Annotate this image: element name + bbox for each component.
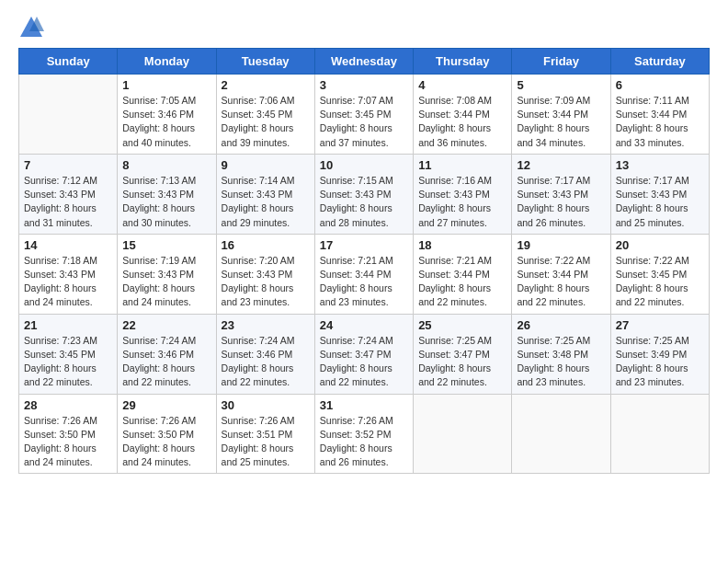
- day-number: 31: [320, 398, 408, 412]
- calendar-cell: 9Sunrise: 7:14 AMSunset: 3:43 PMDaylight…: [216, 154, 314, 234]
- calendar-cell: 29Sunrise: 7:26 AMSunset: 3:50 PMDayligh…: [118, 394, 216, 474]
- calendar-cell: 4Sunrise: 7:08 AMSunset: 3:44 PMDaylight…: [414, 75, 512, 155]
- day-info: Sunrise: 7:25 AMSunset: 3:48 PMDaylight:…: [517, 334, 605, 390]
- calendar-week-row: 28Sunrise: 7:26 AMSunset: 3:50 PMDayligh…: [19, 394, 710, 474]
- calendar-cell: [610, 394, 709, 474]
- day-number: 3: [320, 78, 408, 92]
- calendar-cell: 1Sunrise: 7:05 AMSunset: 3:46 PMDaylight…: [118, 75, 216, 155]
- weekday-header-monday: Monday: [118, 49, 216, 75]
- day-info: Sunrise: 7:09 AMSunset: 3:44 PMDaylight:…: [517, 94, 605, 150]
- calendar-cell: 30Sunrise: 7:26 AMSunset: 3:51 PMDayligh…: [216, 394, 314, 474]
- weekday-header-thursday: Thursday: [414, 49, 512, 75]
- calendar-cell: 10Sunrise: 7:15 AMSunset: 3:43 PMDayligh…: [314, 154, 413, 234]
- logo: [18, 15, 48, 40]
- calendar-cell: 26Sunrise: 7:25 AMSunset: 3:48 PMDayligh…: [512, 314, 610, 394]
- day-number: 15: [122, 238, 210, 252]
- day-info: Sunrise: 7:22 AMSunset: 3:44 PMDaylight:…: [517, 254, 605, 310]
- day-info: Sunrise: 7:06 AMSunset: 3:45 PMDaylight:…: [222, 94, 310, 150]
- logo-icon: [18, 15, 44, 40]
- day-info: Sunrise: 7:08 AMSunset: 3:44 PMDaylight:…: [418, 94, 506, 150]
- weekday-header-friday: Friday: [512, 49, 610, 75]
- day-number: 19: [517, 238, 605, 252]
- day-number: 23: [222, 318, 310, 332]
- day-number: 29: [122, 398, 210, 412]
- day-info: Sunrise: 7:15 AMSunset: 3:43 PMDaylight:…: [320, 174, 408, 230]
- day-info: Sunrise: 7:16 AMSunset: 3:43 PMDaylight:…: [418, 174, 506, 230]
- calendar-week-row: 14Sunrise: 7:18 AMSunset: 3:43 PMDayligh…: [19, 234, 710, 314]
- calendar-cell: 23Sunrise: 7:24 AMSunset: 3:46 PMDayligh…: [216, 314, 314, 394]
- calendar-cell: [414, 394, 512, 474]
- day-number: 5: [517, 78, 605, 92]
- day-info: Sunrise: 7:21 AMSunset: 3:44 PMDaylight:…: [320, 254, 408, 310]
- calendar-cell: 17Sunrise: 7:21 AMSunset: 3:44 PMDayligh…: [314, 234, 413, 314]
- day-info: Sunrise: 7:13 AMSunset: 3:43 PMDaylight:…: [122, 174, 210, 230]
- calendar-week-row: 21Sunrise: 7:23 AMSunset: 3:45 PMDayligh…: [19, 314, 710, 394]
- weekday-header-tuesday: Tuesday: [216, 49, 314, 75]
- day-number: 20: [616, 238, 704, 252]
- day-number: 27: [616, 318, 704, 332]
- day-info: Sunrise: 7:21 AMSunset: 3:44 PMDaylight:…: [418, 254, 506, 310]
- day-info: Sunrise: 7:20 AMSunset: 3:43 PMDaylight:…: [222, 254, 310, 310]
- day-info: Sunrise: 7:18 AMSunset: 3:43 PMDaylight:…: [24, 254, 112, 310]
- day-number: 6: [616, 78, 704, 92]
- day-info: Sunrise: 7:07 AMSunset: 3:45 PMDaylight:…: [320, 94, 408, 150]
- calendar-header-row: SundayMondayTuesdayWednesdayThursdayFrid…: [19, 49, 710, 75]
- day-info: Sunrise: 7:24 AMSunset: 3:46 PMDaylight:…: [122, 334, 210, 390]
- day-number: 16: [222, 238, 310, 252]
- day-info: Sunrise: 7:26 AMSunset: 3:51 PMDaylight:…: [222, 414, 310, 470]
- day-number: 4: [418, 78, 506, 92]
- day-info: Sunrise: 7:11 AMSunset: 3:44 PMDaylight:…: [616, 94, 704, 150]
- day-info: Sunrise: 7:12 AMSunset: 3:43 PMDaylight:…: [24, 174, 112, 230]
- calendar-cell: 13Sunrise: 7:17 AMSunset: 3:43 PMDayligh…: [610, 154, 709, 234]
- calendar-week-row: 7Sunrise: 7:12 AMSunset: 3:43 PMDaylight…: [19, 154, 710, 234]
- day-number: 2: [222, 78, 310, 92]
- day-number: 8: [122, 158, 210, 172]
- day-number: 30: [222, 398, 310, 412]
- calendar-cell: 25Sunrise: 7:25 AMSunset: 3:47 PMDayligh…: [414, 314, 512, 394]
- calendar-table: SundayMondayTuesdayWednesdayThursdayFrid…: [18, 48, 710, 474]
- weekday-header-sunday: Sunday: [19, 49, 118, 75]
- day-number: 7: [24, 158, 112, 172]
- calendar-cell: 24Sunrise: 7:24 AMSunset: 3:47 PMDayligh…: [314, 314, 413, 394]
- day-info: Sunrise: 7:23 AMSunset: 3:45 PMDaylight:…: [24, 334, 112, 390]
- calendar-cell: 22Sunrise: 7:24 AMSunset: 3:46 PMDayligh…: [118, 314, 216, 394]
- calendar-cell: 20Sunrise: 7:22 AMSunset: 3:45 PMDayligh…: [610, 234, 709, 314]
- calendar-week-row: 1Sunrise: 7:05 AMSunset: 3:46 PMDaylight…: [19, 75, 710, 155]
- day-number: 21: [24, 318, 112, 332]
- day-info: Sunrise: 7:24 AMSunset: 3:46 PMDaylight:…: [222, 334, 310, 390]
- day-number: 9: [222, 158, 310, 172]
- day-number: 14: [24, 238, 112, 252]
- day-info: Sunrise: 7:24 AMSunset: 3:47 PMDaylight:…: [320, 334, 408, 390]
- day-info: Sunrise: 7:22 AMSunset: 3:45 PMDaylight:…: [616, 254, 704, 310]
- calendar-cell: 5Sunrise: 7:09 AMSunset: 3:44 PMDaylight…: [512, 75, 610, 155]
- day-info: Sunrise: 7:17 AMSunset: 3:43 PMDaylight:…: [616, 174, 704, 230]
- calendar-cell: 18Sunrise: 7:21 AMSunset: 3:44 PMDayligh…: [414, 234, 512, 314]
- day-info: Sunrise: 7:14 AMSunset: 3:43 PMDaylight:…: [222, 174, 310, 230]
- calendar-cell: 15Sunrise: 7:19 AMSunset: 3:43 PMDayligh…: [118, 234, 216, 314]
- calendar-cell: [512, 394, 610, 474]
- day-info: Sunrise: 7:25 AMSunset: 3:47 PMDaylight:…: [418, 334, 506, 390]
- calendar-cell: 27Sunrise: 7:25 AMSunset: 3:49 PMDayligh…: [610, 314, 709, 394]
- calendar-cell: 8Sunrise: 7:13 AMSunset: 3:43 PMDaylight…: [118, 154, 216, 234]
- day-number: 1: [122, 78, 210, 92]
- day-number: 10: [320, 158, 408, 172]
- day-number: 12: [517, 158, 605, 172]
- calendar-cell: 12Sunrise: 7:17 AMSunset: 3:43 PMDayligh…: [512, 154, 610, 234]
- day-info: Sunrise: 7:26 AMSunset: 3:50 PMDaylight:…: [122, 414, 210, 470]
- day-number: 17: [320, 238, 408, 252]
- calendar-cell: 3Sunrise: 7:07 AMSunset: 3:45 PMDaylight…: [314, 75, 413, 155]
- day-number: 18: [418, 238, 506, 252]
- day-number: 11: [418, 158, 506, 172]
- calendar-cell: 2Sunrise: 7:06 AMSunset: 3:45 PMDaylight…: [216, 75, 314, 155]
- calendar-cell: 11Sunrise: 7:16 AMSunset: 3:43 PMDayligh…: [414, 154, 512, 234]
- day-number: 13: [616, 158, 704, 172]
- day-number: 26: [517, 318, 605, 332]
- day-info: Sunrise: 7:05 AMSunset: 3:46 PMDaylight:…: [122, 94, 210, 150]
- calendar-cell: 14Sunrise: 7:18 AMSunset: 3:43 PMDayligh…: [19, 234, 118, 314]
- day-info: Sunrise: 7:26 AMSunset: 3:50 PMDaylight:…: [24, 414, 112, 470]
- day-number: 25: [418, 318, 506, 332]
- weekday-header-wednesday: Wednesday: [314, 49, 413, 75]
- calendar-cell: 21Sunrise: 7:23 AMSunset: 3:45 PMDayligh…: [19, 314, 118, 394]
- day-number: 28: [24, 398, 112, 412]
- calendar-cell: 28Sunrise: 7:26 AMSunset: 3:50 PMDayligh…: [19, 394, 118, 474]
